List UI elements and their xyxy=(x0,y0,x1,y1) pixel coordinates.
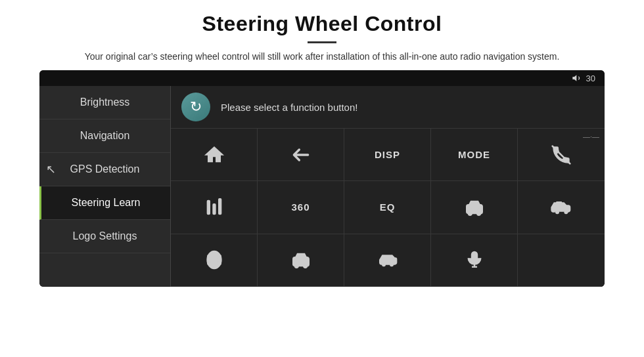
phone-mute-icon xyxy=(551,144,572,165)
sidebar-item-brightness[interactable]: Brightness xyxy=(39,86,170,119)
top-bar: 30 xyxy=(39,70,605,86)
mode-label: MODE xyxy=(458,149,490,160)
grid-cell-car-left[interactable] xyxy=(344,234,431,287)
svg-point-14 xyxy=(208,262,210,265)
back-icon xyxy=(290,144,311,165)
car-front-icon xyxy=(464,197,485,218)
main-area: Brightness Navigation ↖ GPS Detection St… xyxy=(39,86,605,287)
svg-point-13 xyxy=(218,255,221,258)
page-subtitle: Your original car’s steering wheel contr… xyxy=(39,50,605,64)
grid-cell-back[interactable] xyxy=(258,129,344,181)
svg-point-6 xyxy=(468,212,471,215)
content-top: ↻ Please select a function button! xyxy=(171,86,605,129)
car-rear-icon xyxy=(290,249,311,270)
car-left-icon xyxy=(377,249,398,270)
speaker-icon xyxy=(572,73,582,83)
svg-point-17 xyxy=(294,264,298,268)
grid-cell-mic[interactable] xyxy=(431,234,518,287)
equalizer-icon xyxy=(204,197,225,218)
360-label: 360 xyxy=(291,201,310,213)
svg-point-7 xyxy=(477,212,480,215)
grid-cell-eq[interactable]: EQ xyxy=(344,181,431,234)
refresh-icon: ↻ xyxy=(190,98,202,116)
grid-cell-disp[interactable]: DISP xyxy=(344,129,431,181)
svg-rect-4 xyxy=(218,199,221,215)
svg-marker-0 xyxy=(572,75,576,81)
home-icon xyxy=(204,144,225,165)
grid-cell-mode[interactable]: MODE xyxy=(431,129,518,181)
svg-point-10 xyxy=(564,211,567,213)
eq-label: EQ xyxy=(380,201,396,213)
device-frame: 30 Brightness Navigation ↖ GPS Detection… xyxy=(39,70,605,287)
grid-cell-phone-mute[interactable]: —·— xyxy=(518,129,605,181)
svg-rect-2 xyxy=(207,200,210,214)
page-header: Steering Wheel Control Your original car… xyxy=(0,0,644,70)
volume-level: 30 xyxy=(586,74,595,83)
cursor-icon: ↖ xyxy=(46,162,56,177)
svg-point-19 xyxy=(382,264,385,266)
title-divider xyxy=(308,41,336,43)
page-title: Steering Wheel Control xyxy=(39,12,605,36)
grid-cell-equalizer[interactable] xyxy=(171,181,258,234)
refresh-button[interactable]: ↻ xyxy=(181,93,210,121)
svg-point-18 xyxy=(304,264,307,268)
grid-cell-empty xyxy=(518,234,605,287)
grid-cell-car-rear[interactable] xyxy=(258,234,344,287)
sidebar-item-steering-learn[interactable]: Steering Learn xyxy=(39,186,170,220)
car-top-icon xyxy=(204,249,225,270)
sidebar-item-gps[interactable]: ↖ GPS Detection xyxy=(39,153,170,186)
grid-cell-car-side[interactable] xyxy=(518,181,605,234)
corner-indicator: —·— xyxy=(583,133,599,140)
grid-cell-360[interactable]: 360 xyxy=(258,181,344,234)
grid-cell-car-top[interactable] xyxy=(171,234,258,287)
svg-point-20 xyxy=(390,264,393,266)
grid-cell-home[interactable] xyxy=(171,129,258,181)
prompt-text: Please select a function button! xyxy=(221,102,357,113)
sidebar-item-logo[interactable]: Logo Settings xyxy=(39,220,170,253)
disp-label: DISP xyxy=(375,149,400,160)
svg-point-15 xyxy=(218,262,221,265)
svg-rect-3 xyxy=(213,204,216,215)
sidebar-item-navigation[interactable]: Navigation xyxy=(39,119,170,153)
car-side-icon xyxy=(551,197,572,218)
svg-point-12 xyxy=(208,255,210,258)
svg-rect-8 xyxy=(471,207,478,209)
grid-cell-car-front[interactable] xyxy=(431,181,518,234)
sidebar: Brightness Navigation ↖ GPS Detection St… xyxy=(39,86,171,287)
svg-point-9 xyxy=(556,211,559,213)
content-area: ↻ Please select a function button! xyxy=(171,86,605,287)
button-grid: DISP MODE —·— xyxy=(171,129,605,287)
mic-icon xyxy=(464,249,485,270)
